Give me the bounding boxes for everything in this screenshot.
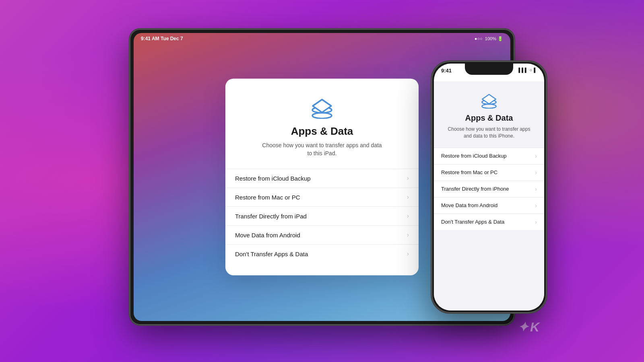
iphone-content: Apps & Data Choose how you want to trans… (434, 81, 544, 311)
ipad-volume-buttons (129, 85, 130, 122)
iphone-option-label-1: Restore from Mac or PC (441, 169, 497, 175)
iphone-wifi-icon: ○ (530, 68, 533, 72)
iphone-option-label-4: Don't Transfer Apps & Data (441, 219, 504, 225)
iphone-option-item-0[interactable]: Restore from iCloud Backup › (434, 148, 544, 165)
iphone-status-icons: ▌▌▌ ○ ▌ (518, 68, 537, 72)
iphone-modal-subtitle: Choose how you want to transfer apps and… (445, 126, 533, 140)
ipad-option-chevron-1: › (407, 194, 409, 201)
iphone-options-list: Restore from iCloud Backup › Restore fro… (434, 148, 544, 230)
ipad-option-label-2: Transfer Directly from iPad (235, 213, 307, 220)
iphone-option-chevron-0: › (535, 153, 537, 159)
watermark: ✦K (518, 319, 539, 335)
ipad-modal-title: Apps & Data (291, 125, 353, 138)
ipad-option-label-0: Restore from iCloud Backup (235, 175, 311, 182)
iphone-option-chevron-2: › (535, 186, 537, 192)
ipad-option-item-3[interactable]: Move Data from Android › (225, 226, 419, 245)
ipad-wifi-icon: ●○○ (475, 36, 483, 41)
iphone-signal-icon: ▌▌▌ (518, 68, 528, 72)
iphone-option-chevron-3: › (535, 202, 537, 209)
iphone-notch (465, 64, 513, 75)
iphone-option-item-4[interactable]: Don't Transfer Apps & Data › (434, 214, 544, 230)
iphone-modal-title: Apps & Data (465, 113, 513, 123)
ipad-battery: 100% 🔋 (485, 36, 503, 41)
ipad-option-item-2[interactable]: Transfer Directly from iPad › (225, 207, 419, 226)
ipad-vol-up (129, 85, 130, 101)
ipad-apps-icon (308, 95, 336, 119)
iphone-time: 9:41 (441, 68, 452, 74)
iphone-apps-icon (479, 91, 500, 109)
ipad-option-chevron-0: › (407, 175, 409, 182)
ipad-modal: Apps & Data Choose how you want to trans… (225, 78, 419, 275)
iphone-option-item-2[interactable]: Transfer Directly from iPhone › (434, 181, 544, 197)
ipad-option-item-1[interactable]: Restore from Mac or PC › (225, 188, 419, 207)
iphone-screen: 9:41 ▌▌▌ ○ ▌ Apps & Data Choose how you … (434, 64, 544, 311)
ipad-option-label-3: Move Data from Android (235, 232, 300, 239)
iphone-battery-icon: ▌ (534, 68, 537, 72)
ipad-status-icons: ●○○ 100% 🔋 (475, 36, 503, 41)
iphone-device: 9:41 ▌▌▌ ○ ▌ Apps & Data Choose how you … (431, 60, 547, 314)
iphone-option-item-3[interactable]: Move Data from Android › (434, 197, 544, 214)
ipad-option-item-4[interactable]: Don't Transfer Apps & Data › (225, 245, 419, 263)
ipad-option-item-0[interactable]: Restore from iCloud Backup › (225, 169, 419, 188)
ipad-option-chevron-4: › (407, 251, 409, 258)
scene: 9:41 AM Tue Dec 7 ●○○ 100% 🔋 (80, 16, 564, 346)
watermark-letter: K (530, 320, 539, 334)
iphone-option-label-3: Move Data from Android (441, 202, 497, 208)
ipad-time: 9:41 AM Tue Dec 7 (141, 36, 183, 41)
svg-point-0 (312, 113, 332, 118)
ipad-status-bar: 9:41 AM Tue Dec 7 ●○○ 100% 🔋 (134, 33, 510, 44)
watermark-dots: ✦ (518, 319, 528, 335)
ipad-vol-down (129, 106, 130, 122)
iphone-option-item-1[interactable]: Restore from Mac or PC › (434, 165, 544, 181)
iphone-option-chevron-1: › (535, 169, 537, 176)
ipad-option-chevron-3: › (407, 232, 409, 239)
ipad-option-label-4: Don't Transfer Apps & Data (235, 251, 308, 257)
svg-point-2 (482, 104, 496, 108)
ipad-options-list: Restore from iCloud Backup › Restore fro… (225, 169, 419, 263)
iphone-option-label-2: Transfer Directly from iPhone (441, 186, 509, 192)
ipad-option-chevron-2: › (407, 213, 409, 220)
ipad-option-label-1: Restore from Mac or PC (235, 194, 300, 201)
ipad-modal-subtitle: Choose how you want to transfer apps and… (262, 142, 382, 157)
iphone-option-chevron-4: › (535, 219, 537, 225)
iphone-option-label-0: Restore from iCloud Backup (441, 153, 507, 159)
